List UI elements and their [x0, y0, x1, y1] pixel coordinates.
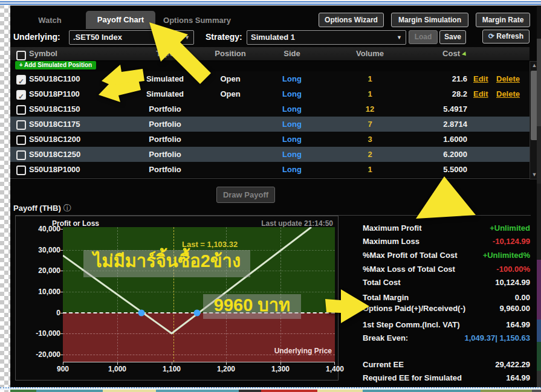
- annotation-thai-note-1: ไม่มีมาร์จิ้นซื้อ2ข้าง: [83, 250, 250, 277]
- save-button[interactable]: Save: [439, 30, 466, 44]
- stat-label: Maximum Profit: [363, 223, 422, 233]
- y-tick-label: 20,000: [16, 266, 60, 275]
- stat-label: Total Margin: [363, 293, 409, 302]
- desktop-edge-right: [537, 5, 541, 387]
- stat-value: +Unlimited: [490, 223, 530, 233]
- row-type: Portfolio: [129, 117, 201, 132]
- row-cost: 2.8714: [383, 117, 467, 132]
- row-side: Long: [256, 117, 328, 132]
- col-type[interactable]: Type: [129, 47, 201, 62]
- tab-payoff-chart[interactable]: Payoff Chart: [86, 11, 155, 29]
- stat-label: Break Even:: [363, 333, 408, 342]
- underlying-select[interactable]: .SET50 Index ▼: [69, 30, 194, 45]
- col-cost[interactable]: Cost: [383, 47, 467, 62]
- row-type: Portfolio: [129, 132, 201, 147]
- row-symbol: S50U18P1100: [29, 86, 138, 101]
- y-tick: [60, 355, 63, 355]
- row-checkbox[interactable]: [16, 90, 26, 100]
- delete-link[interactable]: Delete: [496, 71, 526, 86]
- breakeven-dot: [194, 310, 201, 316]
- refresh-button[interactable]: ⟳ Refresh: [482, 30, 530, 43]
- col-symbol[interactable]: Symbol: [29, 47, 138, 62]
- x-tick-label: 1,200: [208, 365, 244, 373]
- table-row[interactable]: S50U18C1150 Portfolio Long 12 5.4917: [10, 101, 530, 117]
- y-tick: [60, 292, 63, 292]
- chevron-down-icon: ▼: [397, 31, 402, 44]
- payoff-stats-panel: Maximum Profit+Unlimited Maximum Loss-10…: [363, 219, 530, 383]
- y-tick-label: -10,000: [16, 329, 60, 338]
- row-checkbox[interactable]: [16, 165, 26, 175]
- stat-label: Required EE for Simulated: [363, 373, 462, 382]
- stat-label: 1st Step Comm.(Incl. VAT): [363, 320, 460, 329]
- row-checkbox[interactable]: [16, 105, 26, 115]
- stat-label: %Max Profit of Total Cost: [363, 251, 457, 260]
- row-symbol: S50U18C1200: [29, 132, 138, 147]
- row-checkbox[interactable]: [16, 135, 26, 145]
- y-tick: [60, 229, 63, 230]
- row-checkbox[interactable]: [16, 120, 26, 130]
- col-side[interactable]: Side: [256, 47, 328, 62]
- stat-label: Current EE: [363, 360, 404, 369]
- table-row[interactable]: S50U18C1250 Portfolio Long 2 6.2000: [10, 147, 530, 162]
- table-row[interactable]: S50U18C1175 Portfolio Long 7 2.8714: [10, 117, 530, 132]
- load-button[interactable]: Load: [409, 30, 438, 44]
- row-side: Long: [256, 162, 328, 177]
- row-checkbox[interactable]: [16, 75, 26, 85]
- row-symbol: S50U18C1175: [29, 117, 138, 132]
- x-tick-label: 900: [45, 365, 81, 373]
- y-tick: [60, 313, 63, 313]
- sort-icon: [462, 51, 468, 57]
- table-row[interactable]: S50U18P1000 Portfolio Long 1 5.5000: [10, 162, 530, 177]
- underlying-select-value: .SET50 Index: [73, 33, 122, 42]
- draw-payoff-button[interactable]: Draw Payoff: [216, 187, 275, 203]
- x-tick-label: 1,300: [262, 365, 299, 373]
- table-row[interactable]: S50U18C1200 Portfolio Long 3 1.6000: [10, 132, 530, 147]
- table-row[interactable]: S50U18P1100 Simulated Open Long 1 28.2 E…: [10, 86, 530, 101]
- edit-link[interactable]: Edit: [473, 86, 494, 101]
- payoff-title-text: Payoff (THB): [13, 204, 61, 213]
- last-price-label: Last = 1,103.32: [182, 240, 238, 249]
- margin-rate-button[interactable]: Margin Rate: [476, 13, 530, 27]
- editor-top-guides: [0, 0, 541, 5]
- stat-value: 0.00: [515, 293, 530, 302]
- y-tick-label: 30,000: [16, 246, 60, 254]
- row-side: Long: [256, 147, 328, 162]
- stat-value: -10,124.99: [493, 237, 530, 246]
- y-tick-label: 40,000: [16, 225, 60, 233]
- payoff-section-title: Payoff (THB)ⓘ: [13, 203, 71, 214]
- table-header: Symbol Type Position Side Volume Cost: [10, 47, 530, 61]
- row-checkbox[interactable]: [16, 150, 26, 160]
- y-tick: [60, 250, 63, 251]
- add-simulated-position-button[interactable]: + Add Simulated Position: [15, 61, 96, 69]
- row-cost: 28.2: [383, 86, 467, 101]
- row-type: Simulated: [129, 86, 201, 101]
- row-side: Long: [256, 101, 328, 117]
- margin-simulation-button[interactable]: Margin Simulation: [391, 13, 468, 27]
- row-symbol: S50U18P1000: [29, 162, 138, 177]
- row-cost: 6.2000: [383, 147, 467, 162]
- refresh-button-label: Refresh: [496, 32, 523, 40]
- tab-watch[interactable]: Watch: [15, 12, 85, 29]
- delete-link[interactable]: Delete: [496, 86, 526, 101]
- stat-value: 10,124.99: [495, 278, 530, 287]
- underlying-label: Underlying:: [13, 32, 60, 42]
- breakeven-dot: [138, 310, 145, 316]
- stat-value: 9,960.00: [499, 304, 530, 313]
- row-type: Portfolio: [129, 162, 201, 177]
- x-axis: [63, 362, 335, 362]
- tab-options-summary[interactable]: Options Summary: [157, 12, 237, 29]
- table-row[interactable]: S50U18C1100 Simulated Open Long 1 21.6 E…: [10, 71, 530, 86]
- stat-value: 164.99: [506, 373, 530, 382]
- row-symbol: S50U18C1150: [29, 101, 138, 117]
- transparency-checkerboard: [0, 0, 10, 392]
- options-wizard-button[interactable]: Options Wizard: [319, 13, 384, 27]
- last-update-label: Last update 21:14:50: [261, 219, 333, 228]
- row-cost: 5.4917: [383, 101, 467, 117]
- select-all-checkbox[interactable]: [16, 51, 26, 60]
- strategy-select[interactable]: Simulated 1 ▼: [247, 30, 406, 45]
- info-icon[interactable]: ⓘ: [63, 204, 71, 213]
- desktop-edge-bottom: [0, 390, 541, 392]
- edit-link[interactable]: Edit: [473, 71, 494, 86]
- y-tick: [60, 271, 63, 271]
- chevron-down-icon: ▼: [184, 31, 190, 44]
